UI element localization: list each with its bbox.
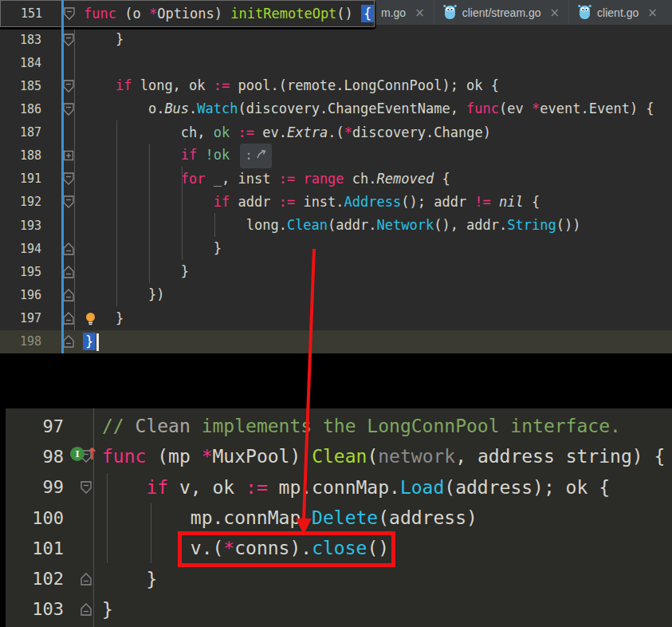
fold-marker-icon[interactable] [54, 243, 83, 255]
line-number[interactable]: 187 [0, 125, 54, 140]
fold-marker-icon[interactable] [54, 34, 83, 46]
code-token: := [246, 477, 268, 498]
line-number[interactable]: 196 [0, 288, 54, 302]
fold-marker-icon[interactable] [54, 335, 83, 348]
code-token: := [238, 124, 254, 140]
fold-marker-icon[interactable] [70, 573, 102, 586]
tab-label: m.go [381, 6, 406, 19]
code-line-193: 193 long.Clean(addr.Network(), addr.Stri… [0, 214, 672, 237]
code-text[interactable]: } [83, 28, 124, 51]
line-number[interactable]: 101 [0, 538, 70, 558]
code-line-184: 184 [0, 51, 672, 74]
fold-marker-icon[interactable] [54, 312, 83, 325]
code-text[interactable]: } [102, 564, 157, 594]
line-number[interactable]: 193 [0, 219, 54, 233]
code-token: (); addr [401, 194, 474, 210]
code-token: for [181, 171, 206, 187]
line-number[interactable]: 188 [0, 148, 54, 163]
line-number[interactable]: 198 [0, 334, 54, 349]
code-token: if [146, 477, 168, 498]
editor-bottom-pane: 97// Clean implements the LongConnPool i… [0, 408, 672, 627]
fold-marker-icon[interactable] [70, 603, 102, 616]
code-token: addr [230, 194, 278, 210]
code-text[interactable]: if long, ok := pool.(remote.LongConnPool… [83, 74, 499, 97]
code-token: String [507, 217, 556, 233]
fold-expand-icon[interactable] [54, 149, 83, 162]
gopher-icon [443, 3, 457, 22]
code-token: } [181, 263, 189, 279]
code-line-196: 196 }) [0, 283, 672, 306]
fold-marker-icon[interactable] [54, 289, 83, 302]
code-line-100: 100 mp.connMap.Delete(address) [0, 503, 672, 533]
line-number[interactable]: 102 [0, 569, 70, 589]
implements-interface-icon[interactable]: I↑ [70, 447, 99, 461]
fold-marker-icon[interactable] [54, 172, 83, 185]
code-token: Removed [377, 171, 434, 187]
fold-marker-icon[interactable] [54, 103, 83, 116]
code-token: ); ok { [442, 77, 499, 93]
line-number[interactable]: 100 [0, 508, 70, 528]
line-number[interactable]: 192 [0, 195, 54, 209]
code-text[interactable]: o.Bus.Watch(discovery.ChangeEventName, f… [83, 97, 654, 120]
fold-marker-icon[interactable] [54, 195, 83, 208]
line-number[interactable]: 183 [0, 33, 54, 47]
line-number[interactable]: 195 [0, 265, 54, 279]
code-token: } [214, 240, 222, 256]
code-text[interactable]: if !ok : [83, 144, 272, 168]
code-text[interactable]: // Clean implements the LongConnPool int… [102, 411, 621, 441]
line-number[interactable]: 184 [0, 56, 54, 70]
code-text[interactable]: }) [83, 283, 164, 306]
line-number[interactable]: 191 [0, 172, 54, 186]
code-text[interactable]: mp.connMap.Delete(address) [102, 503, 477, 533]
code-text[interactable]: if v, ok := mp.connMap.Load(address); ok… [102, 472, 610, 503]
code-token: long. [246, 217, 287, 233]
line-number[interactable]: 194 [0, 242, 54, 256]
code-token: != [474, 194, 490, 210]
fold-marker-icon[interactable] [70, 481, 102, 494]
tab-close-icon[interactable]: × [550, 6, 560, 20]
code-token: }) [148, 286, 164, 302]
code-text[interactable]: if addr := inst.Address(); addr != nil { [83, 191, 540, 214]
code-token: Delete [312, 507, 378, 528]
fold-marker-icon[interactable] [54, 266, 83, 278]
code-token: event. [540, 101, 588, 116]
line-number[interactable]: 197 [0, 311, 54, 325]
fold-marker-icon[interactable] [54, 80, 83, 93]
code-token: Event [589, 101, 630, 116]
line-number[interactable]: 98 [0, 447, 70, 467]
line-number[interactable]: 99 [0, 477, 70, 497]
line-number[interactable]: 185 [0, 79, 54, 93]
code-token: range [303, 171, 344, 187]
tab-client-go[interactable]: client.go × [568, 0, 666, 25]
code-text[interactable]: func (mp *MuxPool) Clean(network, addres… [102, 441, 665, 471]
tab-close-icon[interactable]: × [415, 6, 425, 20]
code-text: func (o *Options) initRemoteOpt() { [84, 6, 374, 22]
indent-guide [149, 144, 150, 283]
code-token: := [279, 194, 295, 210]
code-token: inst. [295, 194, 344, 210]
code-token: string [566, 446, 632, 467]
intention-bulb-icon[interactable] [84, 312, 96, 329]
line-number[interactable]: 97 [0, 416, 70, 436]
code-text[interactable]: } [102, 594, 113, 625]
code-token: (addr. [328, 217, 376, 233]
code-text[interactable]: } [83, 237, 222, 260]
code-text[interactable]: for _, inst := range ch.Removed { [83, 168, 450, 191]
code-text[interactable]: } [83, 260, 189, 283]
code-area-bottom: 97// Clean implements the LongConnPool i… [0, 411, 672, 625]
code-text[interactable]: ch, ok := ev.Extra.(*discovery.Change) [83, 121, 491, 144]
sticky-function-header[interactable]: 151 func (o *Options) initRemoteOpt() { [0, 0, 375, 27]
tab-close-icon[interactable]: × [647, 6, 658, 20]
code-text[interactable]: long.Clean(addr.Network(), addr.String()… [83, 214, 580, 237]
text-caret [96, 333, 99, 351]
code-text[interactable]: } [83, 330, 99, 353]
line-number[interactable]: 103 [0, 599, 70, 619]
tab-client-stream-go[interactable]: client/stream.go × [434, 0, 568, 25]
fold-marker-icon[interactable] [55, 7, 84, 20]
code-line-187: 187 ch, ok := ev.Extra.(*discovery.Chang… [0, 121, 672, 144]
indent-guide [151, 503, 151, 563]
code-token: Load [400, 477, 444, 498]
folded-code-chip[interactable]: : [240, 144, 272, 168]
separator-band [0, 353, 672, 408]
line-number[interactable]: 186 [0, 102, 54, 116]
